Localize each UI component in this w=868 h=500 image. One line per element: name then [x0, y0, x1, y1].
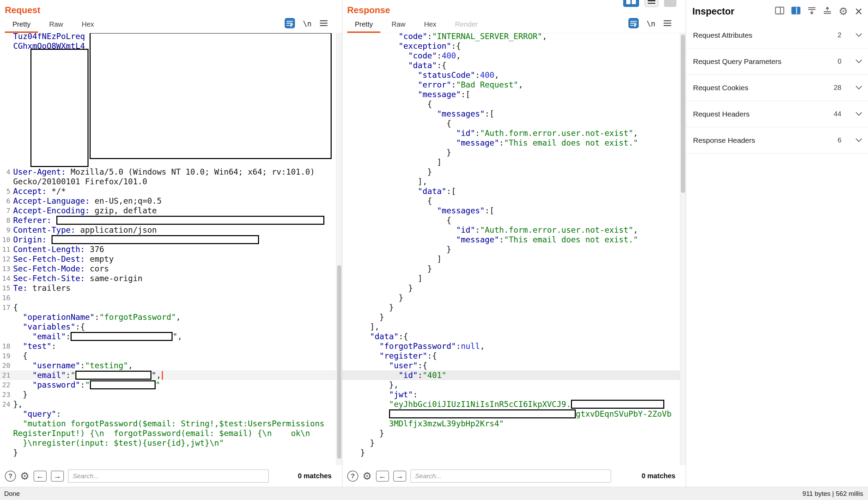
code-line: "id":"Auth.form.error.user.not-exist",	[342, 128, 680, 138]
wrap-lines-icon[interactable]	[284, 18, 295, 30]
line-number: 15	[0, 283, 13, 293]
inspector-settings-icon[interactable]: ⚙	[839, 6, 848, 17]
line-number: 12	[0, 254, 13, 264]
show-newlines-toggle[interactable]: \n	[303, 20, 312, 28]
tab-hex[interactable]: Hex	[74, 18, 102, 33]
code-line: Gecko/20100101 Firefox/101.0	[0, 177, 336, 186]
tab-pretty[interactable]: Pretty	[347, 18, 380, 33]
scrollbar-thumb[interactable]	[681, 35, 685, 193]
code-line: }	[0, 448, 336, 457]
code-line: "id":"Auth.form.error.user.not-exist",	[342, 225, 680, 235]
request-search-input[interactable]	[68, 470, 269, 483]
show-newlines-toggle[interactable]: \n	[647, 20, 655, 28]
code-line: }	[342, 428, 680, 438]
tab-hex[interactable]: Hex	[416, 18, 444, 33]
code-line: "data":{	[342, 61, 680, 70]
code-line: RegisterInput!) {\n forgotPassword(email…	[0, 428, 336, 438]
search-prev-icon[interactable]: ←	[376, 471, 389, 482]
code-line: 3MDlfjx3mzwL39ybHp2Krs4"	[342, 419, 680, 428]
code-line: "variables":{	[0, 322, 336, 332]
response-editor-tools: \n	[628, 18, 681, 33]
inspector-close-icon[interactable]: ×	[855, 6, 862, 17]
search-help-icon[interactable]: ?	[5, 471, 16, 482]
code-line: "error":"Bad Request",	[342, 80, 680, 90]
inspector-sections: Request Attributes2Request Query Paramet…	[686, 22, 868, 154]
line-number: 20	[0, 361, 13, 370]
code-line: 5Accept: */*	[0, 186, 336, 196]
code-line: }	[342, 283, 680, 293]
request-panel-title: Request	[0, 0, 342, 17]
code-line: 19 {	[0, 351, 336, 361]
layout-columns-button[interactable]	[623, 0, 639, 7]
code-line: 17{	[0, 303, 336, 312]
inspector-section-request-attributes[interactable]: Request Attributes2	[686, 22, 868, 48]
code-line: 22 "password":""	[0, 380, 336, 390]
code-line: "code":400,	[342, 51, 680, 61]
code-line: }	[342, 312, 680, 322]
tab-render: Render	[447, 18, 486, 33]
code-line: 10Origin:	[0, 235, 336, 244]
editor-menu-icon[interactable]	[319, 19, 328, 28]
response-search-input[interactable]	[410, 470, 611, 483]
redaction-box	[56, 216, 324, 225]
code-line: }	[342, 293, 680, 303]
request-tabs-row: PrettyRawHex \n	[0, 17, 342, 33]
code-line: "forgotPassword":null,	[342, 341, 680, 351]
code-line: }	[342, 167, 680, 177]
section-count-badge: 0	[838, 57, 841, 65]
code-line: "id":"401"	[342, 370, 680, 380]
wrap-lines-icon[interactable]	[628, 18, 639, 30]
search-next-icon[interactable]: →	[51, 471, 64, 482]
line-number: 11	[0, 244, 13, 254]
response-scrollbar[interactable]	[680, 33, 686, 465]
editor-menu-icon[interactable]	[663, 19, 672, 28]
chevron-down-icon	[856, 109, 862, 115]
code-line: ],	[342, 177, 680, 186]
dock-filled-icon[interactable]	[791, 7, 801, 16]
line-number: 9	[0, 225, 13, 235]
collapse-all-icon[interactable]	[807, 6, 816, 16]
search-help-icon[interactable]: ?	[347, 471, 358, 482]
response-editor[interactable]: "code":"INTERNAL_SERVER_ERROR", "excepti…	[342, 33, 686, 465]
line-number: 10	[0, 235, 13, 244]
search-next-icon[interactable]: →	[393, 471, 406, 482]
search-settings-icon[interactable]: ⚙	[20, 471, 29, 481]
request-tabs: PrettyRawHex	[5, 18, 102, 33]
tab-pretty[interactable]: Pretty	[5, 18, 38, 33]
dock-outline-icon[interactable]	[775, 7, 784, 16]
code-line: ]	[342, 274, 680, 283]
code-line: "data":{	[342, 332, 680, 341]
search-prev-icon[interactable]: ←	[34, 471, 47, 482]
response-search-matches: 0 matches	[641, 472, 681, 480]
line-number: 16	[0, 293, 13, 303]
line-number: 4	[0, 167, 13, 177]
request-scrollbar[interactable]	[336, 33, 342, 465]
response-code[interactable]: "code":"INTERNAL_SERVER_ERROR", "excepti…	[342, 33, 680, 465]
inspector-section-request-query-parameters[interactable]: Request Query Parameters0	[686, 48, 868, 75]
tab-raw[interactable]: Raw	[384, 18, 413, 33]
redaction-box	[75, 371, 151, 380]
section-count-badge: 6	[838, 136, 841, 144]
layout-single-button[interactable]	[664, 0, 676, 7]
code-line: 9Content-Type: application/json	[0, 225, 336, 235]
code-line: 15Te: trailers	[0, 283, 336, 293]
code-line: 14Sec-Fetch-Site: same-origin	[0, 274, 336, 283]
redaction-box	[389, 409, 576, 418]
text-cursor	[162, 371, 163, 380]
layout-rows-button[interactable]	[645, 0, 658, 7]
redaction-box	[52, 235, 259, 244]
scrollbar-thumb[interactable]	[337, 265, 341, 459]
chevron-down-icon	[856, 30, 862, 37]
code-line: "email":",	[0, 332, 336, 341]
inspector-section-response-headers[interactable]: Response Headers6	[686, 127, 868, 154]
tab-raw[interactable]: Raw	[41, 18, 71, 33]
code-line: 16	[0, 293, 336, 303]
inspector-section-request-cookies[interactable]: Request Cookies28	[686, 75, 868, 101]
code-line: "messages":[	[342, 206, 680, 215]
code-line: }	[342, 264, 680, 274]
expand-all-icon[interactable]	[823, 6, 832, 16]
code-line: 8Referer:	[0, 215, 336, 225]
inspector-section-request-headers[interactable]: Request Headers44	[686, 101, 868, 127]
search-settings-icon[interactable]: ⚙	[362, 471, 372, 481]
request-editor[interactable]: Tuz04fNEzPoLreqCGhxmOoQ8WXmtL44User-Agen…	[0, 33, 342, 465]
